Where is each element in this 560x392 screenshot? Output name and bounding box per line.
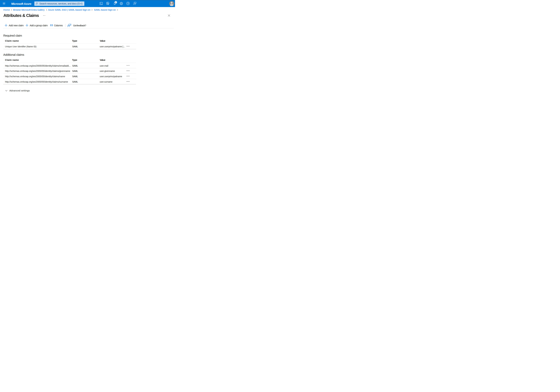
svg-text:2: 2 [115,1,116,3]
svg-text:?: ? [127,2,129,5]
